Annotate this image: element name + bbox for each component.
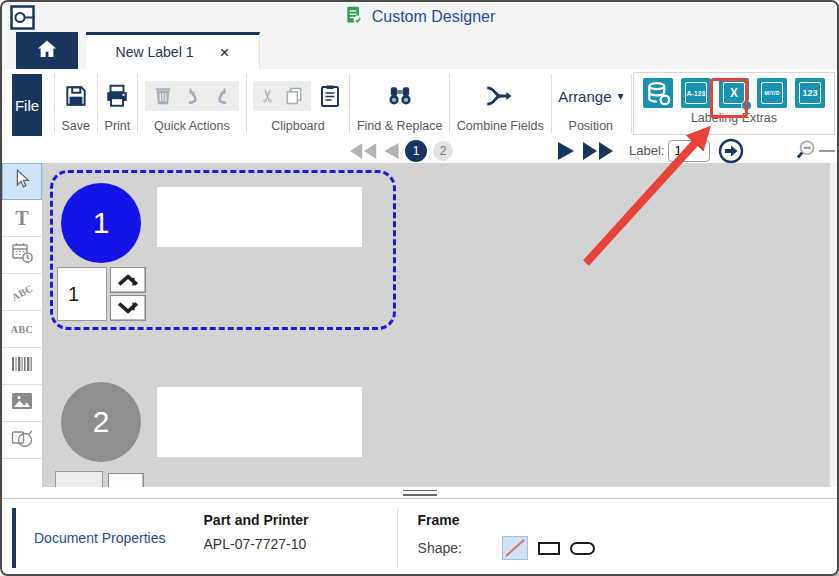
find-replace-icon[interactable] bbox=[387, 83, 413, 109]
serial-field-label: A-123 bbox=[685, 82, 707, 104]
serial-field-button[interactable]: A-123 bbox=[681, 78, 711, 108]
number-field-label: 123 bbox=[799, 82, 821, 104]
tool-sidebar: T ABC ABC bbox=[2, 163, 43, 487]
quick-actions-group: Quick Actions bbox=[138, 69, 246, 138]
combine-fields-icon[interactable] bbox=[485, 83, 515, 109]
save-icon[interactable] bbox=[63, 83, 89, 109]
print-label: Print bbox=[105, 119, 131, 133]
number-field-button[interactable]: 123 bbox=[795, 78, 825, 108]
text-tool-icon: T bbox=[15, 207, 28, 230]
date-field-button[interactable]: M/Y/D bbox=[757, 78, 787, 108]
frame-shape-rectangle-option[interactable] bbox=[538, 542, 560, 555]
cut-icon[interactable]: ✂ bbox=[257, 88, 279, 103]
tab-bar: New Label 1 × bbox=[2, 32, 837, 69]
database-field-button[interactable] bbox=[643, 78, 673, 108]
select-tool[interactable] bbox=[2, 163, 42, 200]
find-replace-label: Find & Replace bbox=[357, 119, 442, 133]
label1-number-circle[interactable]: 1 bbox=[61, 183, 141, 263]
shapes-icon bbox=[10, 427, 34, 453]
calendar-clock-icon bbox=[10, 241, 34, 269]
image-tool[interactable] bbox=[2, 385, 42, 422]
position-label: Position bbox=[569, 119, 613, 133]
arc-text-tool[interactable]: ABC bbox=[2, 274, 42, 311]
shape-tool[interactable] bbox=[2, 422, 42, 459]
zoom-slider-track[interactable] bbox=[819, 150, 835, 152]
main-toolbar: File Save bbox=[2, 69, 837, 138]
page-badge-1[interactable]: 1 bbox=[405, 140, 427, 162]
next-page-button[interactable] bbox=[557, 142, 575, 160]
shape-label: Shape: bbox=[418, 540, 462, 556]
barcode-icon bbox=[10, 356, 34, 376]
labeling-extras-group: A-123 X M/Y/D 123 Labeling Extras bbox=[633, 72, 835, 135]
label2-text-box[interactable] bbox=[157, 387, 362, 457]
small-text-tool[interactable]: ABC bbox=[2, 311, 42, 348]
custom-designer-icon bbox=[344, 5, 364, 29]
date-time-tool[interactable] bbox=[2, 237, 42, 274]
small-text-icon: ABC bbox=[11, 324, 34, 335]
undo-icon[interactable] bbox=[183, 86, 203, 106]
combine-fields-label: Combine Fields bbox=[457, 119, 544, 133]
combine-fields-group: Combine Fields bbox=[450, 69, 551, 138]
print-group: Print bbox=[97, 69, 137, 138]
page-badge-2[interactable]: 2 bbox=[433, 141, 453, 161]
redo-icon[interactable] bbox=[212, 86, 232, 106]
label1-text-box[interactable] bbox=[157, 187, 362, 247]
labeling-extras-label: Labeling Extras bbox=[691, 111, 777, 125]
arrange-label: Arrange bbox=[558, 88, 611, 105]
label2-counter-spinner bbox=[108, 473, 144, 487]
design-canvas[interactable]: 1 1 2 bbox=[43, 163, 829, 487]
counter-up-button[interactable] bbox=[110, 267, 146, 293]
document-properties-link[interactable]: Document Properties bbox=[16, 508, 188, 568]
arrange-dropdown[interactable]: Arrange ▾ bbox=[558, 88, 623, 105]
copy-icon[interactable] bbox=[284, 86, 304, 106]
label1-counter-spinner bbox=[110, 267, 146, 321]
position-group: Arrange ▾ Position bbox=[551, 69, 630, 138]
panel-splitter[interactable] bbox=[2, 487, 837, 499]
text-tool[interactable]: T bbox=[2, 200, 42, 237]
app-logo-icon bbox=[10, 5, 35, 30]
label-caption: Label: bbox=[629, 143, 664, 158]
cursor-icon bbox=[11, 168, 33, 194]
page-navigation: 1 2 Label: bbox=[2, 138, 837, 163]
image-icon bbox=[10, 391, 34, 415]
previous-page-button[interactable] bbox=[384, 143, 399, 159]
last-page-button[interactable] bbox=[583, 142, 615, 160]
go-to-label-button[interactable] bbox=[718, 138, 744, 164]
panel-separator bbox=[397, 508, 398, 568]
arc-text-icon: ABC bbox=[9, 282, 34, 302]
home-tab[interactable] bbox=[16, 32, 78, 69]
splitter-grip-icon[interactable] bbox=[403, 490, 437, 496]
file-button[interactable]: File bbox=[12, 74, 42, 136]
chevron-down-icon: ▾ bbox=[618, 89, 624, 103]
first-page-button[interactable] bbox=[350, 143, 378, 159]
label2-counter-value[interactable] bbox=[55, 471, 103, 487]
label1-counter-value[interactable]: 1 bbox=[57, 267, 107, 321]
document-tab[interactable]: New Label 1 × bbox=[86, 32, 260, 69]
home-icon bbox=[35, 37, 59, 65]
vertical-scrollbar[interactable] bbox=[829, 163, 837, 487]
counter-down-button[interactable] bbox=[110, 295, 146, 321]
app-window: Custom Designer New Label 1 × File bbox=[0, 0, 839, 576]
barcode-tool[interactable] bbox=[2, 348, 42, 385]
x-count-field-button[interactable]: X bbox=[719, 78, 749, 108]
x-count-dot-icon bbox=[741, 100, 752, 111]
clipboard-group: ✂ Clipboard bbox=[246, 69, 349, 138]
label-number-input[interactable] bbox=[668, 140, 710, 162]
quick-actions-disabled-bg bbox=[145, 81, 239, 111]
paste-icon[interactable] bbox=[318, 84, 342, 108]
frame-shape-none-option[interactable] bbox=[502, 536, 528, 560]
part-and-printer-value: APL-07-7727-10 bbox=[204, 536, 309, 552]
print-icon[interactable] bbox=[104, 83, 130, 109]
frame-heading: Frame bbox=[418, 512, 595, 528]
label2-number-circle[interactable]: 2 bbox=[61, 382, 141, 462]
properties-panel: Document Properties Part and Printer APL… bbox=[2, 499, 837, 574]
part-and-printer-section: Part and Printer APL-07-7727-10 bbox=[188, 508, 325, 568]
close-tab-icon[interactable]: × bbox=[219, 44, 229, 61]
frame-shape-rounded-option[interactable] bbox=[570, 542, 595, 555]
zoom-out-icon[interactable] bbox=[793, 138, 819, 164]
title-bar: Custom Designer bbox=[2, 2, 837, 32]
app-title: Custom Designer bbox=[372, 8, 496, 26]
counter-up-button[interactable] bbox=[108, 473, 144, 487]
quick-actions-label: Quick Actions bbox=[154, 119, 230, 133]
delete-icon[interactable] bbox=[152, 85, 174, 107]
